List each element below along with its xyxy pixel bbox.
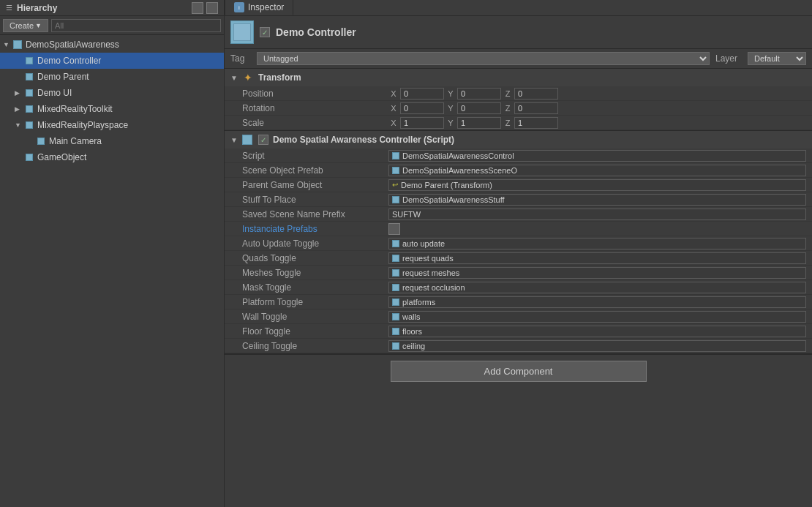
rotation-z-label: Z	[503, 104, 513, 113]
tree-item-mixed-reality-playspace[interactable]: ▼ MixedRealityPlayspace	[0, 117, 224, 133]
scale-row: Scale X Y Z	[225, 116, 812, 130]
position-z-label: Z	[503, 89, 513, 98]
tree-item-label: Demo UI	[37, 88, 72, 98]
object-name: Demo Controller	[276, 26, 356, 38]
create-button[interactable]: Create ▼	[3, 19, 48, 32]
auto-update-toggle-row: Auto Update Toggle auto update	[225, 236, 812, 251]
mask-toggle-value[interactable]: request occlusion	[388, 282, 806, 293]
expand-arrow: ▶	[15, 89, 23, 97]
parent-game-object-value[interactable]: ↩ Demo Parent (Transform)	[388, 179, 806, 191]
scale-x-label: X	[388, 119, 399, 127]
script-ref-text: DemoSpatialAwarenessControl	[402, 151, 514, 160]
rotation-z-input[interactable]	[514, 102, 558, 114]
tree-item-mixed-reality-toolkit[interactable]: ▶ MixedRealityToolkit	[0, 101, 224, 117]
platform-text: platforms	[402, 298, 435, 307]
cube-icon	[23, 88, 35, 98]
tree-item-demo-ui[interactable]: ▶ Demo UI	[0, 85, 224, 101]
stuff-to-place-label: Stuff To Place	[242, 195, 388, 205]
rotation-x-input[interactable]	[400, 102, 444, 114]
platform-toggle-row: Platform Toggle platforms	[225, 295, 812, 309]
tree-item-game-object[interactable]: GameObject	[0, 149, 224, 165]
scene-object-prefab-label: Scene Object Prefab	[242, 165, 388, 176]
stuff-to-place-value[interactable]: DemoSpatialAwarenessStuff	[388, 194, 806, 206]
transform-ref-icon: ↩	[392, 181, 398, 189]
tree-item-main-camera[interactable]: Main Camera	[0, 133, 224, 149]
tag-select[interactable]: Untagged	[257, 52, 710, 65]
instantiate-prefabs-checkbox[interactable]	[388, 223, 400, 235]
script-ref-value[interactable]: DemoSpatialAwarenessControl	[388, 150, 806, 162]
tree-item-demo-parent[interactable]: Demo Parent	[0, 69, 224, 85]
script-active-checkbox[interactable]: ✓	[258, 135, 268, 145]
quads-toggle-value[interactable]: request quads	[388, 252, 806, 264]
scene-object-prefab-row: Scene Object Prefab DemoSpatialAwareness…	[225, 163, 812, 178]
meshes-toggle-row: Meshes Toggle request meshes	[225, 266, 812, 280]
floor-toggle-label: Floor Toggle	[242, 326, 388, 337]
mask-text: request occlusion	[402, 283, 465, 292]
scene-obj-text: DemoSpatialAwarenessSceneO	[402, 166, 517, 175]
script-ref-icon	[392, 152, 399, 159]
cube-icon	[23, 56, 35, 66]
cube-icon	[35, 136, 47, 146]
scene-obj-icon	[392, 167, 399, 174]
script-field-row: Script DemoSpatialAwarenessControl	[225, 149, 812, 163]
inspector-content: ✓ Demo Controller Tag Untagged Layer Def…	[225, 16, 812, 507]
floor-toggle-value[interactable]: floors	[388, 326, 806, 337]
platform-toggle-value[interactable]: platforms	[388, 296, 806, 308]
mask-toggle-row: Mask Toggle request occlusion	[225, 280, 812, 295]
script-component-header[interactable]: ▼ ✓ Demo Spatial Awareness Controller (S…	[225, 131, 812, 149]
position-x-input[interactable]	[400, 88, 444, 99]
position-row: Position X Y Z	[225, 86, 812, 101]
scale-fields: X Y Z	[388, 117, 806, 129]
scene-object-prefab-value[interactable]: DemoSpatialAwarenessSceneO	[388, 165, 806, 176]
tree-item-label: Demo Parent	[37, 72, 89, 82]
search-input[interactable]	[51, 19, 221, 32]
transform-header[interactable]: ▼ ✦ Transform	[225, 69, 812, 86]
cube-icon	[23, 104, 35, 114]
expand-arrow: ▼	[15, 121, 23, 129]
wall-toggle-label: Wall Toggle	[242, 312, 388, 322]
parent-game-object-row: Parent Game Object ↩ Demo Parent (Transf…	[225, 178, 812, 192]
auto-update-toggle-value[interactable]: auto update	[388, 238, 806, 249]
meshes-toggle-value[interactable]: request meshes	[388, 267, 806, 279]
lock-icon[interactable]	[192, 2, 203, 14]
inspector-tab[interactable]: i Inspector	[225, 0, 293, 15]
tree-item-demo-controller[interactable]: Demo Controller	[0, 53, 224, 69]
scale-z-input[interactable]	[514, 117, 558, 129]
ceiling-text: ceiling	[402, 342, 425, 350]
inspector-tab-icon: i	[234, 2, 244, 12]
quads-toggle-label: Quads Toggle	[242, 253, 388, 263]
hierarchy-panel: ☰ Hierarchy Create ▼ ▼ DemoSpatialAwaren…	[0, 0, 225, 507]
rotation-y-input[interactable]	[457, 102, 501, 114]
rotation-x-label: X	[388, 104, 399, 113]
options-icon[interactable]	[206, 2, 218, 14]
saved-scene-name-prefix-input[interactable]	[388, 209, 806, 220]
wall-toggle-value[interactable]: walls	[388, 311, 806, 323]
cube-icon	[23, 152, 35, 162]
position-z-input[interactable]	[514, 88, 558, 99]
inspector-tab-label: Inspector	[248, 2, 284, 12]
hierarchy-toolbar: Create ▼	[0, 16, 224, 35]
scale-x-input[interactable]	[400, 117, 444, 129]
position-x-label: X	[388, 89, 399, 98]
scale-y-input[interactable]	[457, 117, 501, 129]
tree-item-label: MixedRealityToolkit	[37, 104, 113, 114]
floor-icon	[392, 328, 399, 335]
layer-select[interactable]: Default	[748, 52, 806, 65]
stuff-to-place-row: Stuff To Place DemoSpatialAwarenessStuff	[225, 192, 812, 207]
instantiate-prefabs-label[interactable]: Instanciate Prefabs	[242, 224, 388, 234]
platform-icon	[392, 298, 399, 306]
scale-y-label: Y	[446, 119, 456, 127]
position-y-input[interactable]	[457, 88, 501, 99]
position-label: Position	[242, 89, 388, 99]
ceiling-toggle-label: Ceiling Toggle	[242, 341, 388, 351]
script-component-name: Demo Spatial Awareness Controller (Scrip…	[273, 135, 454, 145]
add-component-button[interactable]: Add Component	[391, 361, 647, 382]
mask-icon	[392, 284, 399, 291]
tree-item-demo-spatial-awareness[interactable]: ▼ DemoSpatialAwareness	[0, 37, 224, 53]
object-active-checkbox[interactable]: ✓	[260, 27, 270, 37]
auto-update-toggle-label: Auto Update Toggle	[242, 239, 388, 249]
ceiling-toggle-value[interactable]: ceiling	[388, 340, 806, 352]
wall-icon	[392, 313, 399, 320]
stuff-obj-icon	[392, 196, 399, 203]
object-header: ✓ Demo Controller	[225, 16, 812, 49]
